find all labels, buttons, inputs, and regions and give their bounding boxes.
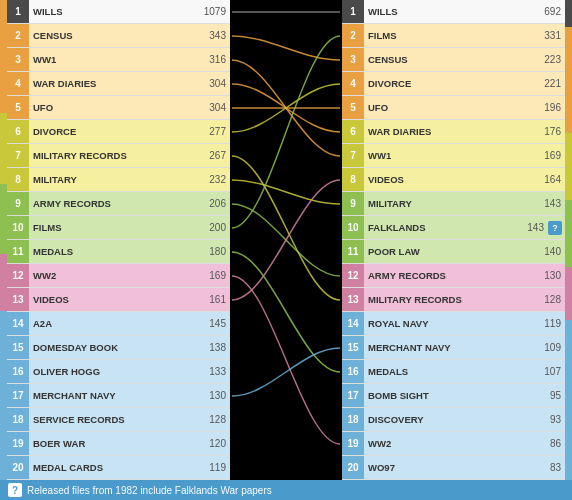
list-item: 16MEDALS107 <box>342 360 565 384</box>
list-item: 11POOR LAW140 <box>342 240 565 264</box>
item-count: 267 <box>198 150 230 161</box>
item-label: SERVICE RECORDS <box>29 414 198 425</box>
item-count: 304 <box>198 78 230 89</box>
rank-number: 18 <box>7 408 29 431</box>
list-item: 11MEDALS180 <box>7 240 230 264</box>
list-item: 2FILMS331 <box>342 24 565 48</box>
list-item: 1WILLS1079 <box>7 0 230 24</box>
item-count: 120 <box>198 438 230 449</box>
item-label: DOMESDAY BOOK <box>29 342 198 353</box>
rank-number: 15 <box>7 336 29 359</box>
item-label: BOER WAR <box>29 438 198 449</box>
panels-wrapper: 1WILLS10792CENSUS3433WW13164WAR DIARIES3… <box>0 0 572 480</box>
item-label: WILLS <box>29 6 198 17</box>
item-count: 138 <box>198 342 230 353</box>
item-label: POOR LAW <box>364 246 533 257</box>
item-count: 130 <box>533 270 565 281</box>
item-count: 200 <box>198 222 230 233</box>
rank-number: 8 <box>342 168 364 191</box>
rank-number: 17 <box>7 384 29 407</box>
item-count: 145 <box>198 318 230 329</box>
item-count: 133 <box>198 366 230 377</box>
list-item: 4WAR DIARIES304 <box>7 72 230 96</box>
item-label: CENSUS <box>29 30 198 41</box>
item-label: DISCOVERY <box>364 414 533 425</box>
item-count: 232 <box>198 174 230 185</box>
item-label: MILITARY <box>364 198 533 209</box>
item-label: UFO <box>364 102 533 113</box>
list-item: 15MERCHANT NAVY109 <box>342 336 565 360</box>
item-count: 140 <box>533 246 565 257</box>
item-label: MEDALS <box>29 246 198 257</box>
rank-number: 13 <box>342 288 364 311</box>
rank-number: 4 <box>342 72 364 95</box>
item-label: MILITARY RECORDS <box>29 150 198 161</box>
list-item: 5UFO196 <box>342 96 565 120</box>
list-item: 14ROYAL NAVY119 <box>342 312 565 336</box>
item-count: 93 <box>533 414 565 425</box>
rank-number: 3 <box>7 48 29 71</box>
item-count: 130 <box>198 390 230 401</box>
rank-number: 17 <box>342 384 364 407</box>
rank-number: 2 <box>342 24 364 47</box>
rank-number: 14 <box>7 312 29 335</box>
rank-number: 15 <box>342 336 364 359</box>
footer-text: Released files from 1982 include Falklan… <box>27 485 272 496</box>
list-item: 7MILITARY RECORDS267 <box>7 144 230 168</box>
rank-number: 9 <box>7 192 29 215</box>
item-count: 692 <box>533 6 565 17</box>
item-count: 169 <box>533 150 565 161</box>
list-item: 3WW1316 <box>7 48 230 72</box>
item-label: FALKLANDS <box>364 222 516 233</box>
list-item: 1WILLS692 <box>342 0 565 24</box>
item-label: FILMS <box>29 222 198 233</box>
item-count: 119 <box>198 462 230 473</box>
list-item: 9MILITARY143 <box>342 192 565 216</box>
list-item: 20WO9783 <box>342 456 565 480</box>
rank-number: 14 <box>342 312 364 335</box>
item-count: 109 <box>533 342 565 353</box>
item-label: WAR DIARIES <box>364 126 533 137</box>
rank-number: 19 <box>7 432 29 455</box>
list-item: 16OLIVER HOGG133 <box>7 360 230 384</box>
item-count: 180 <box>198 246 230 257</box>
falklands-badge: ? <box>548 221 562 235</box>
rank-number: 16 <box>7 360 29 383</box>
list-item: 4DIVORCE221 <box>342 72 565 96</box>
item-label: FILMS <box>364 30 533 41</box>
rank-number: 20 <box>7 456 29 479</box>
item-count: 169 <box>198 270 230 281</box>
item-label: VIDEOS <box>364 174 533 185</box>
item-count: 304 <box>198 102 230 113</box>
list-item: 8MILITARY232 <box>7 168 230 192</box>
rank-number: 5 <box>342 96 364 119</box>
item-label: ARMY RECORDS <box>29 198 198 209</box>
item-label: WILLS <box>364 6 533 17</box>
rank-number: 5 <box>7 96 29 119</box>
item-count: 95 <box>533 390 565 401</box>
item-label: A2A <box>29 318 198 329</box>
item-label: VIDEOS <box>29 294 198 305</box>
list-item: 13MILITARY RECORDS128 <box>342 288 565 312</box>
item-count: 206 <box>198 198 230 209</box>
item-count: 86 <box>533 438 565 449</box>
list-item: 6WAR DIARIES176 <box>342 120 565 144</box>
rank-number: 1 <box>7 0 29 23</box>
rank-number: 1 <box>342 0 364 23</box>
item-label: MEDALS <box>364 366 533 377</box>
rank-number: 20 <box>342 456 364 479</box>
list-item: 5UFO304 <box>7 96 230 120</box>
list-item: 19WW286 <box>342 432 565 456</box>
item-label: WW1 <box>29 54 198 65</box>
rank-number: 4 <box>7 72 29 95</box>
rank-number: 3 <box>342 48 364 71</box>
rank-number: 9 <box>342 192 364 215</box>
left-color-bar <box>0 0 7 480</box>
rank-number: 6 <box>7 120 29 143</box>
list-item: 14A2A145 <box>7 312 230 336</box>
item-count: 316 <box>198 54 230 65</box>
item-label: MILITARY <box>29 174 198 185</box>
list-item: 18SERVICE RECORDS128 <box>7 408 230 432</box>
item-count: 176 <box>533 126 565 137</box>
item-label: MEDAL CARDS <box>29 462 198 473</box>
